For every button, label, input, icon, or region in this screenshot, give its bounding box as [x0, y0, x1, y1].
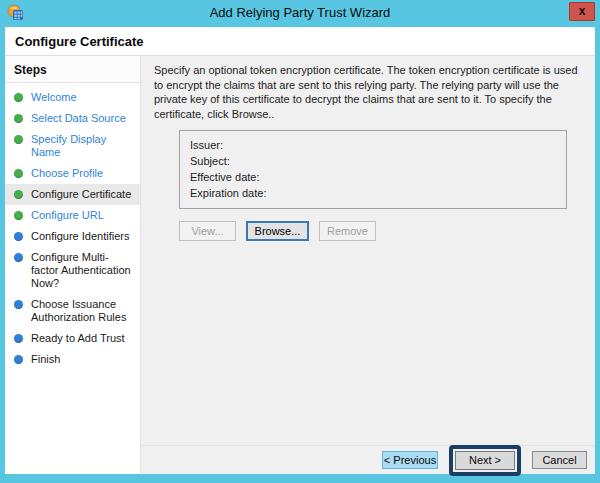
step-bullet-icon — [14, 93, 23, 102]
step-label: Choose Profile — [31, 167, 103, 180]
step-label: Ready to Add Trust — [31, 332, 125, 345]
step-label: Welcome — [31, 91, 77, 104]
wizard-step-item: Finish — [5, 349, 140, 370]
step-label: Configure Certificate — [31, 188, 131, 201]
page-title: Configure Certificate — [5, 27, 595, 56]
steps-sidebar: Steps Welcome Select Data Source Specify… — [5, 56, 141, 474]
wizard-step-item[interactable]: Welcome — [5, 87, 140, 108]
wizard-steps-list: Welcome Select Data Source Specify Displ… — [5, 87, 140, 370]
next-button[interactable]: Next > — [455, 451, 515, 470]
wizard-step-item[interactable]: Select Data Source — [5, 108, 140, 129]
wizard-step-item[interactable]: Choose Profile — [5, 163, 140, 184]
remove-button: Remove — [319, 221, 376, 241]
certificate-info-box: Issuer: Subject: Effective date: Expirat… — [179, 130, 567, 209]
window-title: Add Relying Party Trust Wizard — [0, 5, 600, 20]
footer-button-bar: < Previous Next > Cancel — [141, 445, 595, 474]
step-label: Choose Issuance Authorization Rules — [31, 298, 134, 324]
wizard-step-item: Configure Certificate — [5, 184, 140, 205]
cancel-button[interactable]: Cancel — [532, 451, 587, 469]
issuer-label: Issuer: — [190, 137, 556, 153]
step-bullet-icon — [14, 169, 23, 178]
step-label: Specify Display Name — [31, 133, 134, 159]
step-label: Finish — [31, 353, 60, 366]
step-bullet-icon — [14, 355, 23, 364]
subject-label: Subject: — [190, 153, 556, 169]
step-label: Select Data Source — [31, 112, 126, 125]
step-label: Configure Multi-factor Authentication No… — [31, 251, 134, 290]
step-bullet-icon — [14, 190, 23, 199]
step-bullet-icon — [14, 135, 23, 144]
step-bullet-icon — [14, 253, 23, 262]
instruction-text: Specify an optional token encryption cer… — [154, 63, 581, 121]
effective-date-label: Effective date: — [190, 169, 556, 185]
wizard-step-item[interactable]: Configure URL — [5, 205, 140, 226]
steps-heading: Steps — [5, 56, 140, 83]
wizard-window: Add Relying Party Trust Wizard x Configu… — [0, 0, 600, 483]
step-bullet-icon — [14, 211, 23, 220]
step-label: Configure Identifiers — [31, 230, 129, 243]
next-button-highlight-annotation: Next > — [449, 445, 521, 476]
window-frame: Configure Certificate Steps Welcome Sele… — [5, 27, 595, 474]
step-bullet-icon — [14, 300, 23, 309]
step-bullet-icon — [14, 334, 23, 343]
view-button: View... — [179, 221, 236, 241]
main-pane: Specify an optional token encryption cer… — [141, 56, 595, 474]
wizard-step-item[interactable]: Specify Display Name — [5, 129, 140, 163]
step-bullet-icon — [14, 232, 23, 241]
close-button[interactable]: x — [569, 2, 595, 21]
previous-button[interactable]: < Previous — [382, 451, 438, 469]
wizard-step-item: Choose Issuance Authorization Rules — [5, 294, 140, 328]
step-label: Configure URL — [31, 209, 104, 222]
wizard-step-item: Configure Multi-factor Authentication No… — [5, 247, 140, 294]
browse-button[interactable]: Browse... — [246, 221, 309, 241]
step-bullet-icon — [14, 114, 23, 123]
wizard-step-item: Configure Identifiers — [5, 226, 140, 247]
expiration-date-label: Expiration date: — [190, 185, 556, 201]
title-bar: Add Relying Party Trust Wizard x — [0, 0, 600, 27]
wizard-step-item: Ready to Add Trust — [5, 328, 140, 349]
